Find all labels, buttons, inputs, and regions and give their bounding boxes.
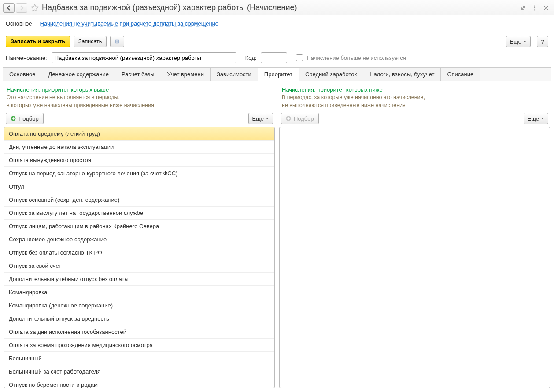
plus-icon bbox=[286, 116, 291, 121]
tab-2[interactable]: Расчет базы bbox=[115, 68, 161, 81]
code-input[interactable] bbox=[261, 52, 287, 63]
svg-point-0 bbox=[534, 5, 535, 6]
list-item[interactable]: Оплата вынужденного простоя bbox=[4, 154, 274, 167]
subnav-secondary-link[interactable]: Начисления не учитываемые при расчете до… bbox=[40, 20, 219, 27]
list-item[interactable]: Отпуск лицам, работающим в районах Крайн… bbox=[4, 220, 274, 233]
right-select-label: Подбор bbox=[294, 115, 314, 122]
kebab-menu-icon[interactable] bbox=[532, 5, 538, 11]
arrow-left-icon bbox=[6, 5, 11, 11]
close-icon[interactable] bbox=[543, 5, 549, 11]
left-select-button[interactable]: Подбор bbox=[6, 113, 44, 124]
name-input[interactable] bbox=[52, 52, 236, 63]
left-pane-desc1: Это начисление не выполняется в периоды, bbox=[7, 94, 272, 102]
window-title: Надбавка за подвижной (разъездной) харак… bbox=[42, 3, 520, 12]
help-button[interactable]: ? bbox=[537, 36, 548, 47]
report-button[interactable] bbox=[110, 36, 124, 47]
tab-4[interactable]: Зависимости bbox=[211, 68, 258, 81]
list-item[interactable]: Больничный за счет работодателя bbox=[4, 365, 274, 378]
tab-3[interactable]: Учет времени bbox=[161, 68, 211, 81]
tab-1[interactable]: Денежное содержание bbox=[42, 68, 115, 81]
link-icon[interactable] bbox=[520, 5, 526, 11]
save-button[interactable]: Записать bbox=[74, 36, 107, 47]
svg-point-1 bbox=[534, 7, 535, 8]
left-select-label: Подбор bbox=[18, 115, 39, 122]
arrow-right-icon bbox=[19, 5, 24, 11]
left-pane-desc2: в которых уже начислены приведенные ниже… bbox=[7, 102, 272, 110]
tab-0[interactable]: Основное bbox=[3, 68, 42, 81]
not-used-label: Начисление больше не используется bbox=[307, 55, 406, 61]
more-button[interactable]: Еще bbox=[506, 36, 531, 47]
nav-back-button[interactable] bbox=[3, 3, 15, 13]
plus-icon bbox=[11, 116, 16, 121]
list-item[interactable]: Дни, учтенные до начала эксплуатации bbox=[4, 141, 274, 154]
code-label: Код: bbox=[245, 55, 257, 61]
left-list-scroll[interactable]: Оплата по среднему (легкий труд)Дни, учт… bbox=[4, 127, 274, 388]
list-item[interactable]: Отгул bbox=[4, 180, 274, 193]
left-more-label: Еще bbox=[252, 115, 264, 122]
right-select-button[interactable]: Подбор bbox=[281, 113, 319, 124]
right-more-label: Еще bbox=[528, 115, 539, 122]
save-and-close-button[interactable]: Записать и закрыть bbox=[6, 36, 70, 47]
list-item[interactable]: Отпуск за свой счет bbox=[4, 259, 274, 273]
name-label: Наименование: bbox=[6, 55, 47, 61]
nav-forward-button bbox=[16, 3, 27, 13]
list-item[interactable]: Оплата по среднему (легкий труд) bbox=[4, 127, 274, 141]
list-item[interactable]: Командировка (денежное содержание) bbox=[4, 299, 274, 312]
not-used-checkbox[interactable] bbox=[296, 54, 303, 61]
list-item[interactable]: Оплата за дни исполнения гособязанностей bbox=[4, 325, 274, 339]
list-item[interactable]: Сохраняемое денежное содержание bbox=[4, 233, 274, 246]
tab-5[interactable]: Приоритет bbox=[258, 68, 299, 81]
list-item[interactable]: Отпуск на период санаторно-курортного ле… bbox=[4, 167, 274, 180]
right-pane-desc2: не выполняются приведенные ниже начислен… bbox=[282, 102, 547, 110]
tab-7[interactable]: Налоги, взносы, бухучет bbox=[363, 68, 441, 81]
list-item[interactable]: Отпуск по беременности и родам bbox=[4, 378, 274, 388]
list-item[interactable]: Больничный bbox=[4, 352, 274, 365]
right-pane-title: Начисления, приоритет которых ниже bbox=[282, 86, 547, 93]
subnav-main[interactable]: Основное bbox=[6, 20, 32, 27]
right-more-button[interactable]: Еще bbox=[524, 113, 548, 124]
list-item[interactable]: Командировка bbox=[4, 286, 274, 299]
tab-6[interactable]: Средний заработок bbox=[299, 68, 363, 81]
list-item[interactable]: Дополнительный отпуск за вредность bbox=[4, 312, 274, 325]
document-icon bbox=[115, 38, 119, 44]
svg-point-2 bbox=[534, 9, 535, 10]
right-pane-desc1: В периодах, за которые уже начислено это… bbox=[282, 94, 547, 102]
tab-8[interactable]: Описание bbox=[441, 68, 480, 81]
list-item[interactable]: Отпуск за выслугу лет на государственной… bbox=[4, 207, 274, 220]
list-item[interactable]: Дополнительный учебный отпуск без оплаты bbox=[4, 273, 274, 286]
more-button-label: Еще bbox=[510, 38, 521, 45]
list-item[interactable]: Отпуск основной (сохр. ден. содержание) bbox=[4, 193, 274, 207]
left-more-button[interactable]: Еще bbox=[248, 113, 273, 124]
favorite-star-icon[interactable] bbox=[30, 4, 39, 12]
right-list-empty[interactable] bbox=[279, 127, 550, 388]
list-item[interactable]: Оплата за время прохождения медицинского… bbox=[4, 339, 274, 352]
list-item[interactable]: Отпуск без оплаты согласно ТК РФ bbox=[4, 246, 274, 259]
left-pane-title: Начисления, приоритет которых выше bbox=[7, 86, 272, 93]
